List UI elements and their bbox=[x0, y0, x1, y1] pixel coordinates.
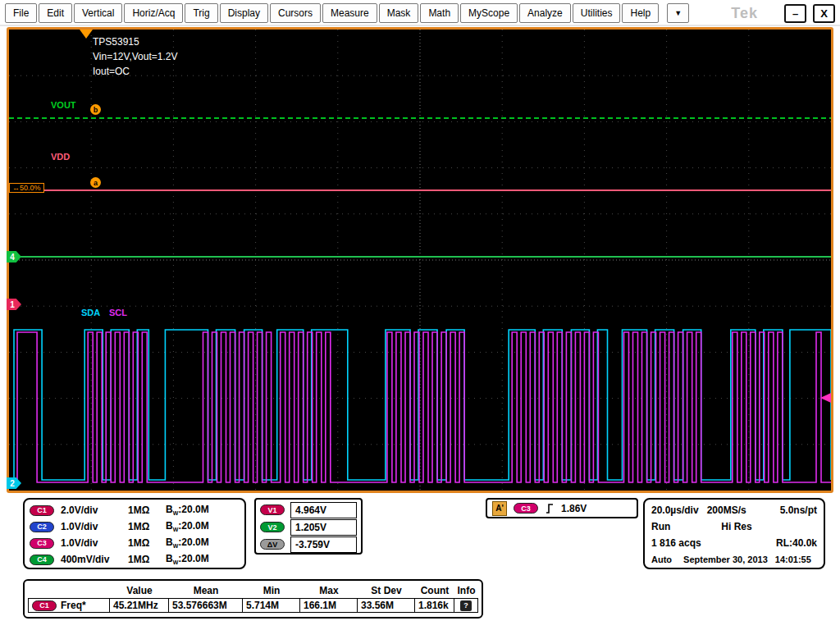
channel-impedance: 1MΩ bbox=[128, 504, 166, 516]
channel-badge-c3: C3 bbox=[30, 538, 54, 549]
cursor-row-v1: V14.964V bbox=[260, 501, 357, 518]
horizontal-position-readout: ↔50.0% bbox=[9, 183, 44, 193]
measurement-mean: 53.576663M bbox=[168, 598, 243, 613]
trigger-source-badge: C3 bbox=[514, 503, 538, 514]
trace-sda bbox=[9, 330, 831, 480]
channel-impedance: 1MΩ bbox=[128, 537, 166, 549]
channel-readout-c2[interactable]: C21.0V/div1MΩBW:20.0M bbox=[30, 518, 244, 535]
menu-item-analyze[interactable]: Analyze bbox=[519, 3, 571, 23]
channel-badge-c4: C4 bbox=[30, 555, 54, 565]
menu-bar: FileEditVerticalHoriz/AcqTrigDisplayCurs… bbox=[0, 0, 840, 26]
sda-label: SDA bbox=[81, 308, 100, 317]
menu-item-horiz-acq[interactable]: Horiz/Acq bbox=[124, 3, 183, 23]
trigger-mode: Auto bbox=[651, 555, 672, 564]
table-row: C1Freq*45.21MHz53.576663M5.714M166.1M33.… bbox=[28, 598, 478, 613]
table-header-count: Count bbox=[415, 582, 454, 598]
timebase-row-2: Run Hi Res bbox=[651, 518, 817, 535]
channel-bandwidth: BW:20.0M bbox=[166, 553, 209, 565]
channel-settings-panel: C12.0V/div1MΩBW:20.0MC21.0V/div1MΩBW:20.… bbox=[23, 498, 246, 569]
channel-scale: 2.0V/div bbox=[61, 504, 128, 516]
menu-item-file[interactable]: File bbox=[5, 3, 37, 23]
scope-display: TPS53915 Vin=12V,Vout=1.2V Iout=OC VOUT … bbox=[7, 27, 833, 493]
acq-mode: Hi Res bbox=[721, 521, 751, 532]
marker-a[interactable]: a bbox=[90, 177, 101, 188]
measurement-table-header: ValueMeanMinMaxSt DevCountInfo bbox=[28, 582, 478, 598]
channel-scale: 1.0V/div bbox=[61, 521, 128, 532]
annotation-line3: Iout=OC bbox=[93, 66, 130, 77]
menu-dropdown-button[interactable]: ▼ bbox=[667, 3, 689, 23]
annotation-line1: TPS53915 bbox=[93, 36, 139, 48]
cursor-value-v2: 1.205V bbox=[290, 519, 357, 536]
timebase-row-1: 20.0µs/div 200MS/s 5.0ns/pt bbox=[651, 502, 817, 518]
channel-scale: 1.0V/div bbox=[61, 537, 128, 549]
cursor-row-dv: ΔV-3.759V bbox=[260, 536, 357, 553]
cursor-badge-v2: V2 bbox=[260, 522, 285, 532]
table-header-value: Value bbox=[110, 582, 169, 598]
scl-label: SCL bbox=[109, 308, 127, 317]
channel-impedance: 1MΩ bbox=[128, 521, 166, 532]
rising-edge-icon bbox=[545, 502, 555, 515]
cursor-row-v2: V21.205V bbox=[260, 518, 357, 536]
menu-item-edit[interactable]: Edit bbox=[39, 3, 72, 23]
trigger-readout-panel: A' C3 1.86V bbox=[486, 498, 638, 518]
menu-item-display[interactable]: Display bbox=[220, 3, 268, 23]
channel-impedance: 1MΩ bbox=[128, 554, 166, 565]
menu-item-utilities[interactable]: Utilities bbox=[573, 3, 621, 23]
menu-item-math[interactable]: Math bbox=[420, 3, 459, 23]
record-length: RL:40.0k bbox=[776, 537, 817, 549]
menu-item-help[interactable]: Help bbox=[622, 3, 659, 23]
measurement-name-cell[interactable]: C1Freq* bbox=[28, 598, 110, 613]
cursor-readout-panel: V14.964VV21.205VΔV-3.759V bbox=[254, 498, 363, 555]
channel-bandwidth: BW:20.0M bbox=[166, 504, 209, 516]
info-icon[interactable]: ? bbox=[460, 600, 472, 611]
measurement-min: 5.714M bbox=[242, 598, 300, 613]
measurement-max: 166.1M bbox=[299, 598, 358, 613]
measurement-count: 1.816k bbox=[414, 598, 454, 613]
waveform-canvas bbox=[9, 30, 831, 491]
table-header-min: Min bbox=[243, 582, 300, 598]
window-controls: Tek – X bbox=[731, 4, 835, 23]
vdd-label: VDD bbox=[51, 152, 70, 162]
timebase-row-3: 1 816 acqs RL:40.0k bbox=[651, 535, 817, 551]
timebase-scale: 20.0µs/div bbox=[651, 504, 699, 516]
table-header-name bbox=[28, 582, 110, 598]
annotation-line2: Vin=12V,Vout=1.2V bbox=[93, 51, 177, 62]
table-header-max: Max bbox=[300, 582, 358, 598]
trigger-a-badge: A' bbox=[492, 501, 507, 516]
vout-label: VOUT bbox=[51, 100, 76, 110]
measurement-name: Freq* bbox=[61, 600, 86, 611]
marker-b[interactable]: b bbox=[90, 104, 101, 115]
trigger-position-marker[interactable] bbox=[80, 30, 93, 39]
table-header-st-dev: St Dev bbox=[358, 582, 415, 598]
channel-bandwidth: BW:20.0M bbox=[166, 520, 209, 532]
menu-item-measure[interactable]: Measure bbox=[322, 3, 377, 23]
cursor-badge-dv: ΔV bbox=[260, 539, 285, 550]
close-button[interactable]: X bbox=[813, 4, 835, 23]
timebase-row-4: Auto September 30, 2013 14:01:55 bbox=[651, 551, 817, 568]
cursor-value-v1: 4.964V bbox=[290, 502, 357, 518]
channel-rows: C12.0V/div1MΩBW:20.0MC21.0V/div1MΩBW:20.… bbox=[30, 502, 244, 568]
sample-rate: 200MS/s bbox=[707, 504, 746, 516]
cursor-badge-v1: V1 bbox=[260, 504, 285, 515]
channel-bandwidth: BW:20.0M bbox=[166, 536, 209, 549]
minimize-button[interactable]: – bbox=[784, 4, 806, 23]
menu-item-cursors[interactable]: Cursors bbox=[270, 3, 321, 23]
run-state: Run bbox=[651, 521, 670, 532]
measurement-table: ValueMeanMinMaxSt DevCountInfo C1Freq*45… bbox=[23, 579, 483, 619]
menu-item-trig[interactable]: Trig bbox=[185, 3, 217, 23]
menu-item-myscope[interactable]: MyScope bbox=[460, 3, 518, 23]
channel-readout-c3[interactable]: C31.0V/div1MΩBW:20.0M bbox=[30, 535, 244, 551]
measurement-info-cell[interactable]: ? bbox=[454, 598, 478, 613]
trigger-level: 1.86V bbox=[561, 503, 587, 514]
table-header-info: Info bbox=[454, 582, 478, 598]
menu-item-vertical[interactable]: Vertical bbox=[74, 3, 122, 23]
tek-logo: Tek bbox=[731, 5, 758, 22]
menu-item-mask[interactable]: Mask bbox=[379, 3, 419, 23]
date-readout: September 30, 2013 bbox=[683, 555, 768, 564]
channel-badge-c1: C1 bbox=[30, 505, 54, 516]
resolution: 5.0ns/pt bbox=[780, 504, 817, 516]
channel-readout-c1[interactable]: C12.0V/div1MΩBW:20.0M bbox=[30, 502, 244, 518]
channel-readout-c4[interactable]: C4400mV/div1MΩBW:20.0M bbox=[30, 551, 244, 568]
acq-count: 1 816 acqs bbox=[651, 537, 701, 549]
timebase-panel: 20.0µs/div 200MS/s 5.0ns/pt Run Hi Res 1… bbox=[643, 498, 825, 569]
